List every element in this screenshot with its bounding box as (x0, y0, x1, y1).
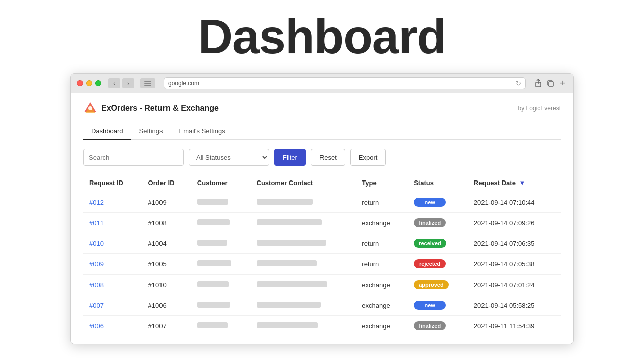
search-input[interactable] (83, 149, 184, 166)
cell-type: return (356, 192, 408, 213)
col-request-date[interactable]: Request Date ▼ (468, 174, 561, 192)
nav-buttons: ‹ › (108, 78, 134, 88)
traffic-light-yellow[interactable] (86, 80, 92, 86)
cell-request-date: 2021-09-14 07:05:38 (468, 254, 561, 275)
cell-request-date: 2021-09-14 07:09:26 (468, 213, 561, 233)
col-order-id: Order ID (142, 174, 191, 192)
contact-skeleton (257, 240, 326, 246)
table-row: #010 #1004 return received 2021-09-14 07… (83, 233, 561, 254)
contact-skeleton (257, 199, 313, 205)
address-text: google.com (168, 80, 199, 87)
customer-skeleton (197, 322, 228, 328)
tab-switcher[interactable] (140, 78, 155, 88)
app-content: ExOrders - Return & Exchange by LogicEve… (71, 93, 573, 344)
table-row: #008 #1010 exchange approved 2021-09-14 … (83, 275, 561, 295)
cell-customer-contact (251, 254, 356, 275)
share-icon[interactable] (534, 79, 543, 88)
cell-customer-contact (251, 213, 356, 233)
svg-rect-5 (549, 82, 553, 86)
cell-order-id: #1006 (142, 295, 191, 316)
cell-status: finalized (408, 316, 468, 336)
cell-order-id: #1010 (142, 275, 191, 295)
request-id-link[interactable]: #010 (89, 240, 104, 247)
cell-status: new (408, 295, 468, 316)
tab-dashboard[interactable]: Dashboard (83, 123, 131, 140)
app-byline: by LogicEverest (518, 105, 561, 112)
svg-rect-2 (144, 85, 151, 86)
cell-type: exchange (356, 295, 408, 316)
sort-desc-icon: ▼ (519, 179, 526, 187)
cell-status: finalized (408, 213, 468, 233)
status-badge: finalized (414, 321, 446, 330)
tab-email-settings[interactable]: Email's Settings (171, 123, 233, 140)
export-button[interactable]: Export (350, 149, 386, 166)
col-customer: Customer (191, 174, 251, 192)
browser-actions: + (534, 79, 567, 88)
traffic-lights (77, 80, 101, 86)
cell-customer-contact (251, 233, 356, 254)
cell-request-id[interactable]: #009 (83, 254, 142, 275)
request-id-link[interactable]: #012 (89, 199, 104, 206)
customer-skeleton (197, 281, 229, 287)
cell-request-id[interactable]: #010 (83, 233, 142, 254)
cell-request-id[interactable]: #011 (83, 213, 142, 233)
table-row: #007 #1006 exchange new 2021-09-14 05:58… (83, 295, 561, 316)
status-badge: approved (414, 280, 449, 289)
back-button[interactable]: ‹ (108, 78, 120, 88)
address-bar[interactable]: google.com ↻ (164, 77, 526, 89)
customer-skeleton (197, 260, 231, 266)
cell-request-id[interactable]: #006 (83, 316, 142, 336)
forward-button[interactable]: › (122, 78, 134, 88)
cell-request-id[interactable]: #007 (83, 295, 142, 316)
reset-button[interactable]: Reset (311, 149, 345, 166)
svg-rect-1 (144, 83, 151, 84)
request-id-link[interactable]: #007 (89, 302, 104, 309)
request-id-link[interactable]: #008 (89, 281, 104, 289)
col-customer-contact: Customer Contact (251, 174, 356, 192)
status-badge: new (414, 198, 446, 207)
traffic-light-red[interactable] (77, 80, 83, 86)
status-badge: new (414, 301, 446, 310)
customer-skeleton (197, 219, 230, 225)
col-request-id: Request ID (83, 174, 142, 192)
filter-button[interactable]: Filter (274, 149, 306, 166)
customer-skeleton (197, 240, 227, 246)
app-logo: ExOrders - Return & Exchange (83, 101, 219, 115)
cell-status: rejected (408, 254, 468, 275)
cell-type: exchange (356, 275, 408, 295)
cell-request-date: 2021-09-14 05:58:25 (468, 295, 561, 316)
contact-skeleton (257, 322, 318, 328)
table-row: #006 #1007 exchange finalized 2021-09-11… (83, 316, 561, 336)
request-id-link[interactable]: #011 (89, 219, 104, 227)
cell-customer (191, 254, 251, 275)
table-row: #011 #1008 exchange finalized 2021-09-14… (83, 213, 561, 233)
customer-skeleton (197, 199, 228, 205)
tab-settings[interactable]: Settings (131, 123, 171, 140)
request-id-link[interactable]: #006 (89, 322, 104, 330)
cell-customer-contact (251, 316, 356, 336)
app-header: ExOrders - Return & Exchange by LogicEve… (83, 101, 561, 115)
cell-type: exchange (356, 213, 408, 233)
plus-icon[interactable]: + (558, 79, 567, 88)
cell-customer (191, 192, 251, 213)
cell-customer (191, 233, 251, 254)
cell-request-id[interactable]: #012 (83, 192, 142, 213)
customer-skeleton (197, 302, 230, 308)
data-table: Request ID Order ID Customer Customer Co… (83, 174, 561, 336)
traffic-light-green[interactable] (95, 80, 101, 86)
cell-order-id: #1009 (142, 192, 191, 213)
cell-request-date: 2021-09-11 11:54:39 (468, 316, 561, 336)
status-select[interactable]: All Statuses New Finalized Received Reje… (189, 149, 269, 166)
cell-customer (191, 213, 251, 233)
cell-customer-contact (251, 295, 356, 316)
request-id-link[interactable]: #009 (89, 260, 104, 268)
reload-icon[interactable]: ↻ (516, 80, 521, 87)
cell-customer-contact (251, 192, 356, 213)
duplicate-icon[interactable] (546, 79, 555, 88)
svg-point-8 (88, 106, 92, 110)
cell-request-id[interactable]: #008 (83, 275, 142, 295)
contact-skeleton (257, 219, 322, 225)
cell-request-date: 2021-09-14 07:06:35 (468, 233, 561, 254)
contact-skeleton (257, 302, 321, 308)
table-row: #012 #1009 return new 2021-09-14 07:10:4… (83, 192, 561, 213)
